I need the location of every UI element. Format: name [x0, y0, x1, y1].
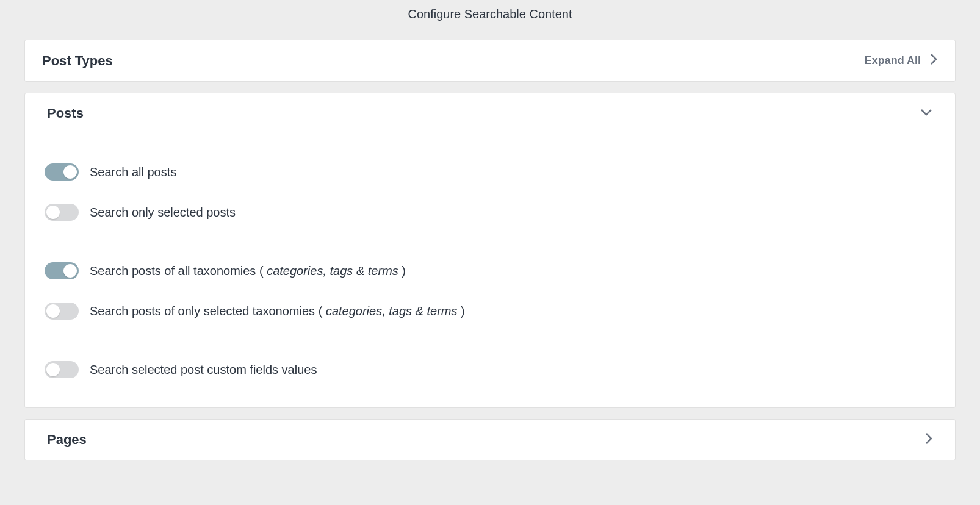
chevron-right-icon — [924, 432, 933, 448]
posts-panel: Posts Search all posts Search only selec… — [24, 93, 956, 408]
toggle-switch-search-all-taxonomies[interactable] — [45, 262, 79, 279]
expand-all-label: Expand All — [865, 54, 921, 67]
toggle-switch-search-all-posts[interactable] — [45, 163, 79, 181]
pages-panel-header[interactable]: Pages — [25, 420, 955, 460]
toggle-search-all-taxonomies: Search posts of all taxonomies ( categor… — [45, 262, 935, 279]
toggle-label: Search posts of only selected taxonomies… — [90, 304, 465, 318]
posts-panel-title: Posts — [47, 106, 84, 121]
toggle-label: Search selected post custom fields value… — [90, 363, 317, 377]
toggle-label: Search only selected posts — [90, 206, 236, 220]
section-title: Post Types — [42, 53, 113, 69]
pages-panel-title: Pages — [47, 432, 87, 448]
toggle-search-custom-fields: Search selected post custom fields value… — [45, 361, 935, 378]
toggle-switch-search-selected-taxonomies[interactable] — [45, 303, 79, 320]
toggle-switch-search-selected-posts[interactable] — [45, 204, 79, 221]
toggle-switch-search-custom-fields[interactable] — [45, 361, 79, 378]
expand-all-button[interactable]: Expand All — [865, 52, 938, 69]
toggle-search-selected-posts: Search only selected posts — [45, 204, 935, 221]
toggle-label: Search all posts — [90, 165, 176, 179]
toggle-label: Search posts of all taxonomies ( categor… — [90, 264, 406, 278]
toggle-search-all-posts: Search all posts — [45, 163, 935, 181]
chevron-right-icon — [929, 52, 938, 69]
page-title: Configure Searchable Content — [24, 0, 956, 40]
posts-panel-body: Search all posts Search only selected po… — [25, 134, 955, 407]
pages-panel: Pages — [24, 419, 956, 460]
toggle-search-selected-taxonomies: Search posts of only selected taxonomies… — [45, 303, 935, 320]
posts-panel-header[interactable]: Posts — [25, 93, 955, 134]
post-types-section-header: Post Types Expand All — [24, 40, 956, 82]
chevron-down-icon — [920, 108, 933, 119]
